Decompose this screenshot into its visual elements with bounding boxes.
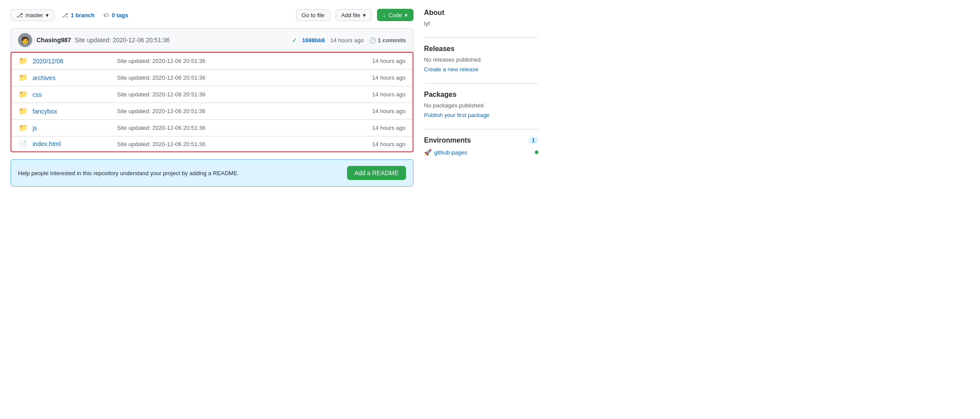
file-commit-msg: Site updated: 2020-12-06 20:51:36 (117, 74, 356, 81)
file-commit-msg: Site updated: 2020-12-06 20:51:36 (117, 141, 356, 147)
divider-1 (424, 37, 538, 38)
folder-icon: 📁 (18, 56, 27, 66)
releases-text: No releases published (424, 56, 538, 63)
create-release-link[interactable]: Create a new release (424, 66, 479, 73)
commit-author[interactable]: Chasing987 (37, 37, 71, 44)
tag-icon: 🏷 (103, 12, 109, 18)
chevron-down-icon: ▾ (363, 12, 366, 18)
branch-count: 1 branch (71, 12, 95, 18)
check-icon: ✓ (292, 37, 297, 44)
code-button[interactable]: ↓ Code ▾ (377, 9, 413, 21)
commit-hash[interactable]: 1698bb6 (302, 37, 325, 44)
tag-count-link[interactable]: 🏷 0 tags (102, 10, 130, 21)
sidebar: About lyf Releases No releases published… (424, 9, 538, 187)
packages-section: Packages No packages published Publish y… (424, 91, 538, 118)
avatar: 🧑 (18, 33, 32, 47)
file-commit-msg: Site updated: 2020-12-06 20:51:36 (117, 108, 356, 114)
file-name[interactable]: 2020/12/06 (33, 58, 112, 65)
repo-toolbar: ⎇ master ▾ ⎇ 1 branch 🏷 0 tags Go to fil… (11, 9, 413, 21)
readme-banner: Help people interested in this repositor… (11, 159, 413, 187)
file-time: 14 hours ago (362, 74, 406, 81)
file-time: 14 hours ago (362, 58, 406, 64)
file-time: 14 hours ago (362, 125, 406, 131)
divider-2 (424, 83, 538, 84)
env-name-link[interactable]: github-pages (434, 149, 467, 156)
folder-icon: 📁 (18, 73, 27, 82)
publish-package-link[interactable]: Publish your first package (424, 112, 490, 118)
clock-icon: 🕐 (369, 37, 376, 44)
commit-meta: ✓ 1698bb6 14 hours ago 🕐 1 commits (292, 37, 406, 44)
table-row[interactable]: 📁2020/12/06Site updated: 2020-12-06 20:5… (11, 53, 413, 70)
commit-message: Site updated: 2020-12-06 20:51:36 (74, 37, 169, 44)
goto-file-label: Go to file (302, 12, 325, 18)
table-row[interactable]: 📁archivesSite updated: 2020-12-06 20:51:… (11, 70, 413, 86)
file-time: 14 hours ago (362, 91, 406, 98)
download-icon: ↓ (383, 11, 386, 18)
code-label: Code (388, 12, 402, 18)
tag-count: 0 tags (112, 12, 128, 18)
divider-3 (424, 129, 538, 129)
chevron-down-icon: ▾ (46, 12, 49, 18)
add-file-button[interactable]: Add file ▾ (336, 9, 372, 21)
table-row[interactable]: 📁cssSite updated: 2020-12-06 20:51:3614 … (11, 86, 413, 103)
file-name[interactable]: js (33, 125, 112, 132)
about-section: About lyf (424, 9, 538, 27)
folder-icon: 📁 (18, 107, 27, 116)
about-title: About (424, 9, 538, 17)
environments-title: Environments (424, 136, 471, 144)
file-name[interactable]: fancybox (33, 108, 112, 115)
environments-badge: 1 (528, 137, 538, 144)
add-file-label: Add file (341, 12, 360, 18)
rocket-icon: 🚀 (424, 149, 431, 156)
goto-file-button[interactable]: Go to file (296, 9, 330, 21)
file-commit-msg: Site updated: 2020-12-06 20:51:36 (117, 125, 356, 131)
branch-selector[interactable]: ⎇ master ▾ (11, 9, 55, 21)
table-row[interactable]: 📁fancyboxSite updated: 2020-12-06 20:51:… (11, 103, 413, 120)
avatar-emoji: 🧑 (21, 36, 29, 44)
folder-icon: 📁 (18, 123, 27, 132)
file-list-outlined: 📁2020/12/06Site updated: 2020-12-06 20:5… (11, 52, 413, 152)
table-row[interactable]: 📄index.htmlSite updated: 2020-12-06 20:5… (11, 136, 413, 151)
table-row[interactable]: 📁jsSite updated: 2020-12-06 20:51:3614 h… (11, 120, 413, 136)
env-name-container: 🚀 github-pages (424, 149, 467, 156)
file-name[interactable]: css (33, 91, 112, 98)
commits-count: 1 commits (378, 37, 406, 44)
branch-count-link[interactable]: ⎇ 1 branch (60, 10, 96, 21)
environments-section: Environments 1 🚀 github-pages (424, 136, 538, 156)
packages-title: Packages (424, 91, 538, 99)
branch-icon: ⎇ (16, 12, 23, 18)
branch-label: master (26, 12, 43, 18)
file-time: 14 hours ago (362, 108, 406, 114)
commit-info: Chasing987 Site updated: 2020-12-06 20:5… (37, 37, 288, 44)
releases-title: Releases (424, 45, 538, 53)
add-readme-button[interactable]: Add a README (347, 166, 406, 180)
commits-link[interactable]: 🕐 1 commits (369, 37, 406, 44)
readme-banner-text: Help people interested in this repositor… (18, 170, 342, 176)
env-row: 🚀 github-pages (424, 149, 538, 156)
branch-fork-icon: ⎇ (62, 12, 68, 18)
file-commit-msg: Site updated: 2020-12-06 20:51:36 (117, 91, 356, 98)
folder-icon: 📁 (18, 90, 27, 99)
file-time: 14 hours ago (362, 141, 406, 147)
commit-bar: 🧑 Chasing987 Site updated: 2020-12-06 20… (11, 28, 413, 52)
packages-text: No packages published (424, 102, 538, 109)
about-desc: lyf (424, 20, 538, 27)
file-name[interactable]: index.html (33, 140, 112, 147)
file-name[interactable]: archives (33, 74, 112, 81)
file-commit-msg: Site updated: 2020-12-06 20:51:36 (117, 58, 356, 64)
releases-section: Releases No releases published Create a … (424, 45, 538, 73)
chevron-down-icon: ▾ (405, 12, 408, 18)
file-icon: 📄 (18, 140, 27, 148)
file-table: 📁2020/12/06Site updated: 2020-12-06 20:5… (11, 53, 413, 151)
env-status-dot (535, 151, 538, 154)
commit-time: 14 hours ago (330, 37, 364, 44)
